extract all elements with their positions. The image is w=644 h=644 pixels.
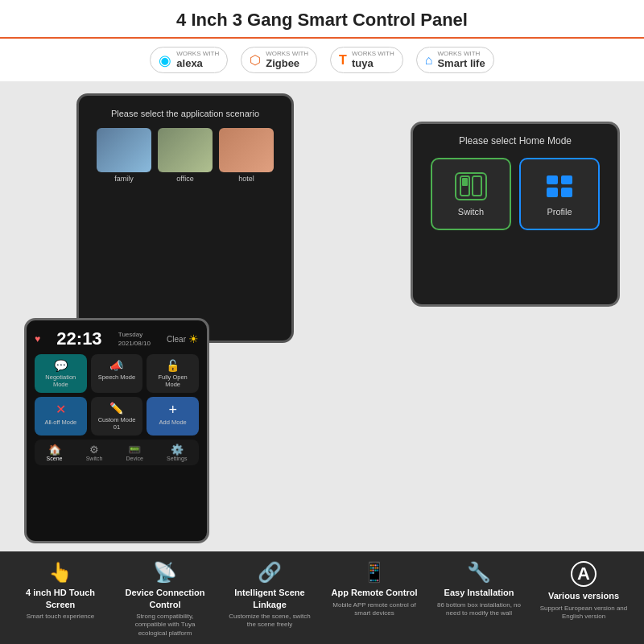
device-label: Device <box>126 456 142 461</box>
svg-rect-1 <box>473 176 481 196</box>
weather-text: Clear <box>167 335 186 344</box>
date-line2: 2021/08/10 <box>118 340 151 347</box>
feature-app: 📱 App Remote Control Mobile APP remote c… <box>330 561 419 617</box>
alexa-badge: ◉ WORKS WITH alexa <box>150 47 228 73</box>
zigbee-badge: ⬡ WORKS WITH Zigbee <box>241 47 317 73</box>
fullyopen-label: Fully Open Mode <box>150 374 196 388</box>
scene-feature-desc: Customize the scene, switch the scene fr… <box>225 613 314 630</box>
zigbee-icon: ⬡ <box>250 52 261 68</box>
touchscreen-icon: 👆 <box>16 561 105 584</box>
negotiation-mode-card[interactable]: 💬 Negotiation Mode <box>35 354 87 393</box>
weather-info: Clear ☀ <box>167 332 199 345</box>
versions-title: Various versions <box>539 590 628 601</box>
app-icon: 📱 <box>330 561 419 584</box>
profile-label: Profile <box>547 207 572 217</box>
install-desc: 86 bottom box installation, no need to m… <box>435 601 523 618</box>
tuya-brand: tuya <box>352 57 374 69</box>
svg-rect-2 <box>462 178 468 186</box>
mode-grid: 💬 Negotiation Mode 📣 Speech Mode 🔓 Fully… <box>35 354 199 436</box>
feature-bar: 👆 4 inch HD Touch Screen Smart touch exp… <box>0 551 644 644</box>
custom-label: Custom Mode 01 <box>94 416 140 431</box>
negotiation-icon: 💬 <box>38 359 84 372</box>
app-desc: Mobile APP remote control of smart devic… <box>330 601 419 618</box>
custom-icon: ✏️ <box>94 402 140 415</box>
sun-icon: ☀ <box>188 332 199 345</box>
mode-profile-btn[interactable]: Profile <box>519 158 600 230</box>
smartlife-icon: ⌂ <box>425 53 433 68</box>
switch-nav-icon: ⚙ <box>86 444 103 456</box>
app-title: App Remote Control <box>330 587 419 598</box>
tuya-badge: T WORKS WITH tuya <box>330 47 403 73</box>
feature-versions: A Various versions Support European vers… <box>539 561 628 621</box>
switch-nav-label: Switch <box>86 456 103 461</box>
scenario-family-img <box>97 128 151 172</box>
smartlife-brand: Smart life <box>437 57 485 69</box>
logos-row: ◉ WORKS WITH alexa ⬡ WORKS WITH Zigbee T… <box>0 39 644 81</box>
fullyopen-mode-card[interactable]: 🔓 Fully Open Mode <box>147 354 199 393</box>
versions-desc: Support European version and English ver… <box>539 605 628 621</box>
alexa-icon: ◉ <box>159 52 171 69</box>
date-info: Tuesday 2021/08/10 <box>118 330 151 348</box>
smartlife-works-with: WORKS WITH <box>437 51 485 57</box>
switch-svg <box>459 175 483 197</box>
fullyopen-icon: 🔓 <box>150 359 196 372</box>
page-wrapper: 4 Inch 3 Gang Smart Control Panel ◉ WORK… <box>0 0 644 644</box>
panel-home-mode[interactable]: Please select Home Mode Switch <box>411 122 620 307</box>
alloff-mode-card[interactable]: ✕ All-off Mode <box>35 397 87 436</box>
feature-scene: 🔗 Intelligent Scene Linkage Customize th… <box>225 561 314 629</box>
profile-sq2 <box>561 175 572 185</box>
scene-icon: 🏠 <box>47 444 63 456</box>
scene-label: Scene <box>47 456 63 461</box>
device-control-title: Device Connection Control <box>121 587 209 610</box>
switch-icon <box>455 172 487 200</box>
install-icon: 🔧 <box>435 561 523 584</box>
scene-feature-icon: 🔗 <box>225 561 314 584</box>
main-content: Please select the application scenario f… <box>0 81 644 551</box>
smartlife-badge: ⌂ WORKS WITH Smart life <box>416 47 494 73</box>
settings-label: Settings <box>167 456 187 461</box>
time-display: 22:13 <box>56 328 101 349</box>
feature-touchscreen: 👆 4 inch HD Touch Screen Smart touch exp… <box>16 561 105 621</box>
time-block: 22:13 <box>56 328 101 349</box>
device-control-desc: Strong compatibility, compatible with Tu… <box>121 613 209 638</box>
scene-feature-title: Intelligent Scene Linkage <box>225 587 314 610</box>
front-top: ♥ 22:13 Tuesday 2021/08/10 Clear ☀ <box>35 328 199 349</box>
speech-mode-card[interactable]: 📣 Speech Mode <box>91 354 143 393</box>
alloff-icon: ✕ <box>38 402 84 417</box>
nav-settings[interactable]: ⚙️ Settings <box>167 444 187 461</box>
scenario-title: Please select the application scenario <box>90 109 280 118</box>
nav-switch[interactable]: ⚙ Switch <box>86 444 103 461</box>
scenario-family-label: family <box>114 175 134 183</box>
device-control-icon: 📡 <box>121 561 209 584</box>
alloff-label: All-off Mode <box>38 419 84 426</box>
zigbee-works-with: WORKS WITH <box>266 51 308 57</box>
date-block: Tuesday 2021/08/10 <box>118 330 151 348</box>
profile-sq3 <box>547 188 558 197</box>
panel-scenario[interactable]: Please select the application scenario f… <box>76 93 294 343</box>
touchscreen-title: 4 inch HD Touch Screen <box>16 587 105 610</box>
touchscreen-desc: Smart touch experience <box>16 613 105 621</box>
zigbee-brand: Zigbee <box>266 57 299 69</box>
scenario-family[interactable]: family <box>97 128 151 183</box>
speech-label: Speech Mode <box>94 374 140 381</box>
scenario-office-img <box>158 128 213 172</box>
date-line1: Tuesday <box>118 331 142 338</box>
scenario-office[interactable]: office <box>158 128 213 183</box>
install-title: Easy Installation <box>435 587 523 598</box>
panel-main-ui[interactable]: ♥ 22:13 Tuesday 2021/08/10 Clear ☀ � <box>24 318 209 543</box>
switch-label: Switch <box>458 207 484 217</box>
nav-device[interactable]: 📟 Device <box>126 444 142 461</box>
scenario-hotel-img <box>219 128 274 172</box>
scenario-hotel[interactable]: hotel <box>219 128 274 183</box>
versions-icon: A <box>571 561 597 587</box>
scenario-office-label: office <box>176 175 193 183</box>
mode-options: Switch Profile <box>424 158 606 230</box>
profile-sq1 <box>547 175 558 185</box>
tuya-works-with: WORKS WITH <box>352 51 394 57</box>
scenario-hotel-label: hotel <box>238 175 254 183</box>
add-mode-card[interactable]: + Add Mode <box>147 397 199 436</box>
nav-scene[interactable]: 🏠 Scene <box>47 444 63 461</box>
custom-mode-card[interactable]: ✏️ Custom Mode 01 <box>91 397 143 436</box>
mode-switch-btn[interactable]: Switch <box>431 158 511 230</box>
home-mode-title: Please select Home Mode <box>424 135 606 147</box>
